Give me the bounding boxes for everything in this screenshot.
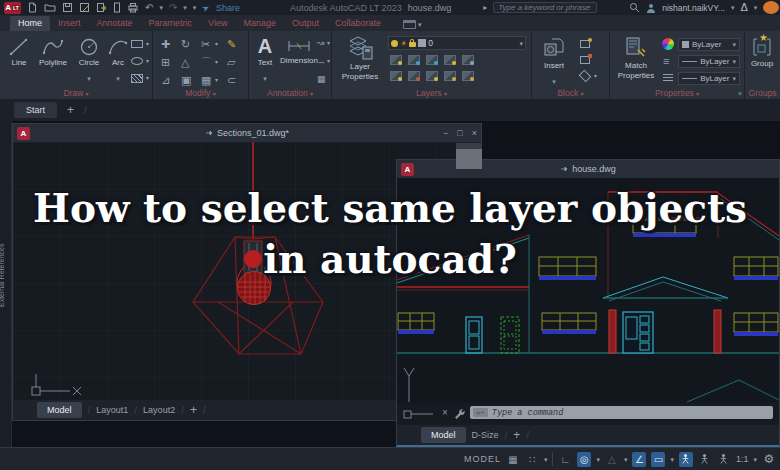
- trim-dropdown-icon[interactable]: ▾: [215, 41, 218, 47]
- undo-icon[interactable]: ↶: [145, 3, 153, 13]
- trim-icon[interactable]: ✂: [201, 39, 210, 50]
- scale-dropdown-icon[interactable]: ▾: [753, 456, 757, 463]
- circle-dropdown-icon[interactable]: ▾: [87, 75, 91, 82]
- multileader-dropdown-icon[interactable]: ▾: [327, 58, 330, 64]
- insert-dropdown-icon[interactable]: ▾: [552, 78, 556, 85]
- arc-tool[interactable]: Arc ▾: [106, 37, 130, 85]
- dynamic-input-icon[interactable]: ∟: [558, 452, 572, 467]
- panel-draw-label[interactable]: Draw ▾: [0, 88, 152, 98]
- rotate-icon[interactable]: ↻: [181, 39, 190, 50]
- panel-annotation-label[interactable]: Annotation ▾: [249, 88, 331, 98]
- insert-tool[interactable]: Insert ▾: [538, 36, 570, 88]
- move-icon[interactable]: ✚: [161, 39, 170, 50]
- panel-block-label[interactable]: Block ▾: [532, 88, 609, 98]
- export-icon[interactable]: [96, 2, 107, 13]
- polyline-tool[interactable]: Polyline: [34, 37, 72, 67]
- sections-tab-layout1[interactable]: Layout1: [96, 405, 128, 415]
- leader-icon[interactable]: ↝: [317, 39, 325, 48]
- print-icon[interactable]: [127, 2, 139, 13]
- explode-icon[interactable]: ⊂: [227, 75, 236, 86]
- sections-tab-layout2[interactable]: Layout2: [143, 405, 175, 415]
- fillet-icon[interactable]: ⌒: [201, 57, 212, 68]
- house-new-layout-button[interactable]: +: [513, 428, 520, 442]
- notification-bubble-icon[interactable]: [763, 1, 779, 14]
- tab-manage[interactable]: Manage: [235, 16, 284, 31]
- tab-output[interactable]: Output: [284, 16, 327, 31]
- scale-icon[interactable]: ▣: [181, 75, 191, 86]
- command-wrench-icon[interactable]: [453, 407, 465, 419]
- rectangle-dropdown-icon[interactable]: ▾: [146, 41, 149, 47]
- sections-tab-model[interactable]: Model: [37, 402, 82, 418]
- annotation-scale-person-icon[interactable]: [717, 452, 731, 467]
- panel-layers-label[interactable]: Layers ▾: [332, 88, 531, 98]
- sections-new-layout-button[interactable]: +: [190, 403, 197, 417]
- snap-mode-icon[interactable]: ∷: [525, 452, 539, 467]
- file-tab-start[interactable]: Start: [14, 102, 57, 118]
- dimension-tool[interactable]: Dimension: [277, 37, 321, 65]
- logo-dropdown-icon[interactable]: ▾: [754, 4, 758, 11]
- color-wheel-icon[interactable]: [662, 38, 674, 50]
- user-dropdown-icon[interactable]: ▾: [731, 4, 735, 11]
- properties-expander-icon[interactable]: »: [738, 90, 742, 97]
- sections-window-titlebar[interactable]: A Sections_01.dwg* − □ ×: [13, 124, 481, 142]
- panel-properties-label[interactable]: Properties ▾: [610, 88, 744, 98]
- rectangle-tool-icon[interactable]: [131, 40, 143, 48]
- palette-block[interactable]: [456, 143, 482, 169]
- leader-dropdown-icon[interactable]: ▾: [327, 40, 330, 46]
- mobile-device-icon[interactable]: [113, 2, 121, 13]
- tab-parametric[interactable]: Parametric: [141, 16, 201, 31]
- polar-tracking-icon[interactable]: ∠: [632, 452, 646, 467]
- undo-dropdown-icon[interactable]: ▾: [159, 4, 163, 11]
- customization-gear-icon[interactable]: ⚙: [762, 452, 776, 467]
- panel-groups-label[interactable]: Groups: [745, 88, 780, 98]
- circle-tool[interactable]: Circle ▾: [74, 37, 104, 85]
- share-icon[interactable]: ➤: [200, 1, 211, 13]
- iso-dropdown-icon[interactable]: ▾: [624, 456, 628, 463]
- match-properties-tool[interactable]: Match Properties: [614, 36, 658, 80]
- lineweight-select[interactable]: ByLayer ▾: [678, 55, 740, 68]
- sections-close-button[interactable]: ×: [472, 128, 477, 138]
- tab-annotate[interactable]: Annotate: [89, 16, 141, 31]
- object-color-select[interactable]: ByLayer ▾: [678, 38, 740, 51]
- sections-minimize-button[interactable]: −: [443, 128, 448, 138]
- erase-icon[interactable]: ✎: [227, 39, 236, 50]
- array-icon[interactable]: ▦: [201, 75, 211, 86]
- tab-insert[interactable]: Insert: [50, 16, 89, 31]
- multileader-icon[interactable]: ↔: [317, 57, 326, 66]
- new-drawing-tab-icon[interactable]: +: [67, 104, 74, 116]
- offset-icon[interactable]: ▱: [227, 57, 235, 68]
- tab-view[interactable]: View: [200, 16, 235, 31]
- open-folder-icon[interactable]: [44, 2, 56, 13]
- redo-dropdown-icon[interactable]: ▾: [183, 4, 187, 11]
- object-snap-tracking-icon[interactable]: ▭: [651, 452, 665, 467]
- stretch-icon[interactable]: ⊿: [161, 75, 170, 86]
- command-input[interactable]: ▭▾ Type a command: [470, 406, 773, 419]
- ellipse-tool-icon[interactable]: [131, 57, 143, 65]
- object-snap-icon[interactable]: ◎: [577, 452, 591, 467]
- linetype-select[interactable]: ByLayer ▾: [678, 72, 740, 85]
- command-history-button[interactable]: ▭▾: [473, 408, 488, 417]
- block-editor-icon[interactable]: [579, 70, 592, 83]
- tracking-dropdown-icon[interactable]: ▾: [670, 456, 674, 463]
- user-avatar-icon[interactable]: [646, 3, 656, 13]
- layer-properties-tool[interactable]: Layer Properties: [336, 35, 384, 81]
- lineweight-icon[interactable]: ≡: [663, 56, 669, 67]
- app-logo-icon[interactable]: ALT: [4, 2, 21, 14]
- autodesk-logo-icon[interactable]: Δ: [740, 2, 747, 13]
- ellipse-dropdown-icon[interactable]: ▾: [146, 58, 149, 64]
- user-name[interactable]: nishant.naikVY...: [662, 3, 725, 13]
- array-dropdown-icon[interactable]: ▾: [215, 77, 218, 83]
- annotation-scale-value[interactable]: 1:1: [736, 454, 749, 464]
- snap-dropdown-icon[interactable]: ▾: [544, 456, 548, 463]
- text-dropdown-icon[interactable]: ▾: [263, 75, 267, 82]
- line-tool[interactable]: Line: [5, 37, 33, 67]
- hatch-tool-icon[interactable]: [131, 74, 143, 83]
- grid-display-icon[interactable]: ▦: [506, 452, 520, 467]
- osnap-dropdown-icon[interactable]: ▾: [596, 456, 600, 463]
- house-tab-dsize[interactable]: D-Size: [472, 430, 499, 440]
- search-input[interactable]: Type a keyword or phrase: [493, 2, 597, 13]
- tab-home[interactable]: Home: [10, 16, 50, 31]
- house-window-titlebar[interactable]: A house.dwg: [397, 160, 779, 178]
- save-as-icon[interactable]: [79, 2, 90, 13]
- annotation-visibility-icon[interactable]: [679, 452, 693, 467]
